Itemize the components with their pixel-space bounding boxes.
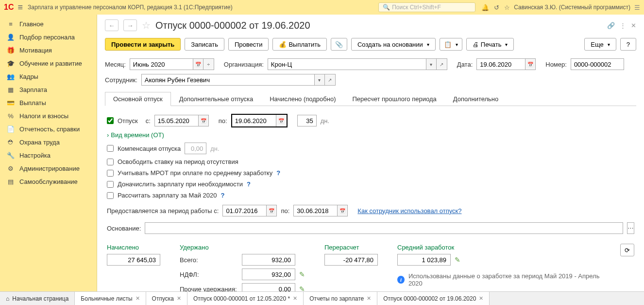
search-input[interactable]: 🔍 Поиск Ctrl+Shift+F [378,2,475,12]
pay-button[interactable]: 💰Выплатить [272,38,327,51]
close-icon[interactable]: ✕ [367,295,371,302]
open-icon[interactable]: ↗ [437,58,447,70]
period-from-input[interactable] [222,205,266,216]
copy-button[interactable]: 📋 [440,38,462,51]
ndfl-value[interactable] [242,269,295,280]
calendar-icon[interactable]: 📅 [337,205,348,216]
close-icon[interactable]: ✕ [136,295,140,302]
user-label[interactable]: Савинская З.Ю. (Системный программист) [514,4,630,11]
history-icon[interactable]: ↺ [494,4,499,11]
create-based-button[interactable]: Создать на основании [351,38,436,51]
bottom-tab-sicklist[interactable]: Больничные листы✕ [75,292,146,305]
spinner-icon[interactable]: ÷ [203,58,214,70]
close-icon[interactable]: ✕ [479,295,483,302]
sidebar-item-recruit[interactable]: 👤Подбор персонала [0,31,97,44]
bottom-tab-vacations[interactable]: Отпуска✕ [146,292,187,305]
help-icon[interactable]: ? [276,169,280,177]
sidebar-item-salary[interactable]: ▦Зарплата [0,83,97,96]
bottom-tab-vacation1[interactable]: Отпуск 0000-000001 от 12.05.2020 *✕ [187,292,304,305]
help-icon[interactable]: ? [220,192,224,199]
dropdown-icon[interactable]: ▾ [426,58,437,70]
org-input[interactable] [268,58,426,70]
bottom-tab-reports[interactable]: Отчеты по зарплате✕ [304,292,377,305]
nav-forward-button[interactable]: → [123,19,137,31]
sidebar-item-selfservice[interactable]: ▤Самообслуживание [0,175,97,188]
close-icon[interactable]: ✕ [631,22,636,29]
pencil-icon[interactable]: ✎ [299,285,305,291]
sidebar-item-payments[interactable]: 💳Выплаты [0,96,97,109]
post-button[interactable]: Провести [228,38,269,51]
avg-value[interactable] [397,254,451,266]
sidebar-item-reports[interactable]: 📄Отчетность, справки [0,123,97,136]
other-value[interactable] [242,283,295,291]
vacation-checkbox[interactable] [107,117,114,124]
star-icon[interactable]: ☆ [504,4,510,11]
recalc-checkbox[interactable] [107,192,114,199]
attach-button[interactable]: 📎 [331,38,347,51]
tab-main-vacation[interactable]: Основной отпуск [105,92,171,106]
bell-icon[interactable]: 🔔 [481,4,489,11]
days-input[interactable] [297,115,317,126]
pencil-icon[interactable]: ✎ [455,256,460,264]
bottom-tab-home[interactable]: ⌂Начальная страница [0,292,75,305]
open-icon[interactable]: ↗ [325,74,336,86]
date-input[interactable] [476,58,525,70]
sidebar-item-admin[interactable]: ⚙Администрирование [0,162,97,175]
link-icon[interactable]: 🔗 [607,22,615,29]
sidebar-item-safety[interactable]: ⛑Охрана труда [0,136,97,149]
nav-back-button[interactable]: ← [105,19,119,31]
mrot-checkbox[interactable] [107,170,114,177]
panel-icon[interactable]: ☰ [634,4,640,11]
favorite-star-icon[interactable]: ☆ [142,19,151,31]
post-and-close-button[interactable]: Провести и закрыть [105,38,181,51]
sidebar-item-education[interactable]: 🎓Обучение и развитие [0,57,97,70]
menu-icon[interactable]: ≡ [17,2,23,13]
help-icon[interactable]: ? [247,180,251,188]
tab-recalc-prev[interactable]: Пересчет прошлого периода [344,92,444,106]
content-area: ← → ☆ Отпуск 0000-000002 от 19.06.2020 🔗… [97,15,644,291]
sidebar-item-main[interactable]: ≡Главное [0,18,97,31]
refresh-button[interactable]: ⟳ [620,244,634,256]
pencil-icon[interactable]: ✎ [299,270,305,278]
number-input[interactable] [571,58,624,70]
period-to-input[interactable] [293,205,337,216]
calendar-icon[interactable]: 📅 [198,115,209,126]
vacation-to-input[interactable] [232,115,276,126]
period-to-label: по: [281,207,289,215]
sidebar-item-hr[interactable]: 👥Кадры [0,70,97,83]
calendar-icon[interactable]: 📅 [266,205,277,216]
copy-icon: 📋 [444,41,452,48]
time-type-link[interactable]: ›Вид времени (ОТ) [107,131,164,139]
tab-additional[interactable]: Дополнительные отпуска [171,92,262,106]
release-checkbox[interactable] [107,159,114,165]
sidebar-item-settings[interactable]: 🔧Настройка [0,149,97,162]
save-button[interactable]: Записать [185,38,224,51]
close-icon[interactable]: ✕ [293,295,297,302]
vacation-from-input[interactable] [154,115,198,126]
month-label: Месяц: [105,61,126,68]
month-input[interactable] [130,58,193,70]
dropdown-icon[interactable]: ▾ [314,74,325,86]
usage-link[interactable]: Как сотрудник использовал отпуск? [357,207,461,215]
tab-accrued-detail[interactable]: Начислено (подробно) [261,92,344,106]
sidebar-item-motivation[interactable]: 🎁Мотивация [0,44,97,57]
print-button[interactable]: 🖨Печать [466,38,514,51]
bottom-tab-vacation2[interactable]: Отпуск 0000-000002 от 19.06.2020✕ [377,292,490,305]
close-icon[interactable]: ✕ [177,295,181,302]
total-value[interactable] [242,254,295,266]
help-button[interactable]: ? [620,38,636,51]
more-button[interactable]: Еще [584,38,616,51]
compensation-checkbox[interactable] [107,145,114,152]
accrued-value[interactable] [107,254,160,266]
calendar-icon[interactable]: 📅 [193,58,203,70]
calendar-icon[interactable]: 📅 [525,58,536,70]
more-menu-icon[interactable]: ⋮ [620,22,626,29]
accrue-salary-checkbox[interactable] [107,181,114,188]
calendar-icon[interactable]: 📅 [276,115,287,126]
basis-input[interactable] [145,222,623,234]
employee-input[interactable] [141,74,314,86]
recalc-value[interactable] [324,254,378,266]
basis-ellipsis-button[interactable]: … [627,222,634,234]
sidebar-item-taxes[interactable]: %Налоги и взносы [0,109,97,123]
tab-extra[interactable]: Дополнительно [445,92,507,106]
